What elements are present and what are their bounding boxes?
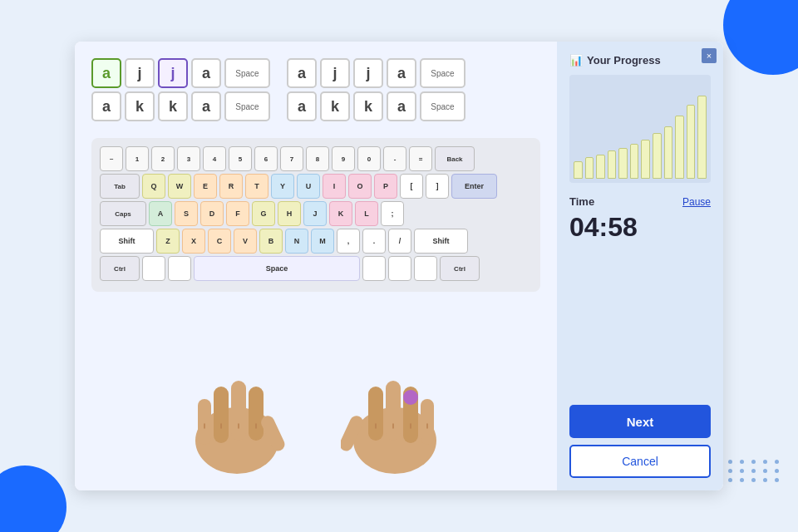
key-equals[interactable]: = [409,146,432,171]
key-f[interactable]: F [226,201,249,226]
key-u[interactable]: U [297,174,320,199]
key-tilde[interactable]: ~ [100,146,123,171]
close-button[interactable]: × [702,48,717,63]
key-period[interactable]: . [362,229,386,254]
key-alt-right[interactable] [362,256,386,281]
keyboard-row-bottom: Ctrl Space Ctrl [100,256,532,281]
right-hand-image [341,349,449,474]
svg-rect-12 [386,381,401,441]
keyboard: ~ 1 2 3 4 5 6 7 8 9 0 - = Back Tab Q W E [91,138,540,292]
key-ctrl-right[interactable]: Ctrl [440,256,480,281]
practice-key-k2: k [158,91,188,121]
key-d[interactable]: D [200,201,224,226]
key-g[interactable]: G [252,201,275,226]
key-k[interactable]: K [329,201,352,226]
key-z[interactable]: Z [156,229,180,254]
key-w[interactable]: W [168,174,191,199]
main-window: a j j a Space a k k a Space a j [75,42,723,490]
progress-title: 📊 Your Progress [569,54,711,66]
practice-key-j1: j [125,58,155,88]
svg-point-16 [403,390,418,405]
keyboard-row-asdf: Caps A S D F G H J K L ; [100,201,532,226]
key-comma[interactable]: , [337,229,360,254]
key-t[interactable]: T [245,174,268,199]
key-v[interactable]: V [234,229,257,254]
key-tab[interactable]: Tab [100,174,140,199]
key-lbracket[interactable]: [ [400,174,423,199]
key-0[interactable]: 0 [357,146,381,171]
practice-space2: Space [224,91,270,121]
chart-bar-0 [574,161,583,179]
key-y[interactable]: Y [271,174,294,199]
key-3[interactable]: 3 [177,146,200,171]
key-enter[interactable]: Enter [451,174,497,199]
key-win[interactable] [168,256,191,281]
cancel-button[interactable]: Cancel [569,445,711,478]
key-backspace[interactable]: Back [435,146,475,171]
key-m[interactable]: M [311,229,334,254]
key-a[interactable]: A [149,201,172,226]
key-c[interactable]: C [208,229,231,254]
key-h[interactable]: H [278,201,301,226]
keyboard-row-numbers: ~ 1 2 3 4 5 6 7 8 9 0 - = Back [100,146,532,171]
practice-key-a4: a [191,91,221,121]
key-caps[interactable]: Caps [100,201,146,226]
left-hand-image [183,349,291,474]
keyboard-row-zxcv: Shift Z X C V B N M , . / Shift [100,229,532,254]
key-alt-left[interactable] [142,256,165,281]
time-section: Time Pause [569,195,711,208]
key-shift-left[interactable]: Shift [100,229,154,254]
practice-row1-right: a j j a Space [287,58,466,88]
practice-area: a j j a Space a k k a Space a j [91,58,540,121]
key-q[interactable]: Q [142,174,165,199]
key-2[interactable]: 2 [151,146,175,171]
key-s[interactable]: S [175,201,198,226]
key-space[interactable]: Space [194,256,360,281]
key-n[interactable]: N [285,229,308,254]
key-minus[interactable]: - [383,146,406,171]
practice-key-a5: a [287,58,317,88]
key-b[interactable]: B [259,229,283,254]
svg-rect-14 [421,399,434,445]
practice-key-a1: a [91,58,121,88]
practice-key-a6: a [387,58,416,88]
key-menu[interactable] [414,256,437,281]
key-rbracket[interactable]: ] [426,174,449,199]
bg-decoration-bottom-left [0,466,66,532]
key-shift-right[interactable]: Shift [414,229,468,254]
key-x[interactable]: X [182,229,205,254]
key-r[interactable]: R [219,174,243,199]
pause-button[interactable]: Pause [682,196,711,208]
key-6[interactable]: 6 [254,146,278,171]
practice-key-k4: k [353,91,383,121]
practice-key-j4: j [353,58,383,88]
chart-bar-6 [641,140,650,179]
key-1[interactable]: 1 [126,146,149,171]
key-e[interactable]: E [194,174,217,199]
practice-space3: Space [420,58,466,88]
key-semicolon[interactable]: ; [381,201,404,226]
key-fn[interactable] [388,256,411,281]
key-5[interactable]: 5 [229,146,252,171]
key-4[interactable]: 4 [203,146,226,171]
key-j[interactable]: J [303,201,327,226]
chart-bar-2 [596,155,605,179]
key-9[interactable]: 9 [332,146,355,171]
key-o[interactable]: O [348,174,372,199]
key-p[interactable]: P [374,174,397,199]
key-7[interactable]: 7 [280,146,303,171]
key-l[interactable]: L [355,201,378,226]
svg-rect-3 [231,381,246,441]
practice-key-j2: j [158,58,188,88]
key-8[interactable]: 8 [306,146,329,171]
hands-area [91,304,540,474]
chart-bar-7 [653,133,662,179]
next-button[interactable]: Next [569,405,711,438]
key-slash[interactable]: / [388,229,411,254]
practice-row1-left: a j j a Space [91,58,270,88]
key-i[interactable]: I [323,174,346,199]
chart-bar-10 [687,105,696,179]
chart-bar-1 [585,157,594,179]
practice-group-left: a j j a Space a k k a Space [91,58,270,121]
key-ctrl-left[interactable]: Ctrl [100,256,140,281]
